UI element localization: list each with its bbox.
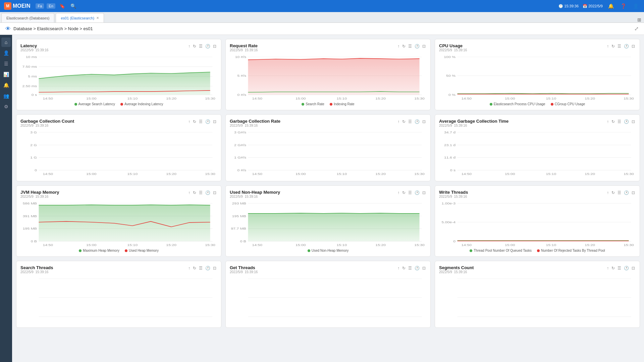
chart-download-btn-sc[interactable]: ⊡ xyxy=(631,265,636,271)
sidebar-item-list[interactable]: ☰ xyxy=(1,59,11,68)
chart-download-btn-gcr[interactable]: ⊡ xyxy=(422,119,426,125)
chart-share-btn-agc[interactable]: ↑ xyxy=(606,119,609,125)
legend-cgroup-cpu: CGroup CPU Usage xyxy=(551,102,585,106)
svg-marker-27 xyxy=(248,58,420,95)
chart-download-button[interactable]: ⊡ xyxy=(212,43,217,49)
chart-share-btn-gt[interactable]: ↑ xyxy=(397,265,400,271)
tab-databases[interactable]: Elasticsearch (Databases) xyxy=(1,13,54,22)
chart-refresh-btn-gcr[interactable]: ↻ xyxy=(401,119,406,125)
chart-refresh-btn-rr[interactable]: ↻ xyxy=(401,43,406,49)
chart-area-non-heap: 293 MB 195 MB 97.7 MB 0 B 14:50 15:00 15… xyxy=(230,200,426,247)
notifications-button[interactable]: 🔔 xyxy=(607,3,615,9)
chart-menu-btn-gt[interactable]: ☰ xyxy=(408,265,413,271)
chart-share-btn-nh[interactable]: ↑ xyxy=(397,190,400,196)
eye-icon: 👁 xyxy=(5,26,11,32)
svg-text:14:50: 14:50 xyxy=(43,97,53,100)
chart-refresh-btn-sc[interactable]: ↻ xyxy=(611,265,615,271)
chart-menu-btn-nh[interactable]: ☰ xyxy=(408,190,413,196)
chart-header-latency: Latency 2022/5/9 15:39:16 ↑ ↻ ☰ 🕐 ⊡ xyxy=(20,43,217,52)
chart-history-btn-jvm[interactable]: 🕐 xyxy=(205,190,211,196)
sidebar-item-group[interactable]: 👥 xyxy=(1,91,11,101)
chart-download-btn-rr[interactable]: ⊡ xyxy=(422,43,426,49)
lang-fa-button[interactable]: Fa xyxy=(36,3,44,9)
chart-share-btn-jvm[interactable]: ↑ xyxy=(187,190,191,196)
chart-refresh-btn-gcc[interactable]: ↻ xyxy=(192,119,197,125)
chart-area-gc-rate: 3 G#/s 2 G#/s 1 G#/s 0 #/s 14:50 15:00 1… xyxy=(230,129,426,176)
chart-menu-btn-cpu[interactable]: ☰ xyxy=(617,43,622,49)
chart-download-btn-wt[interactable]: ⊡ xyxy=(631,190,636,196)
chart-refresh-button[interactable]: ↻ xyxy=(192,43,197,49)
sidebar-item-bell[interactable]: 🔔 xyxy=(1,80,11,90)
chart-menu-btn-wt[interactable]: ☰ xyxy=(617,190,622,196)
svg-text:15:00: 15:00 xyxy=(86,243,97,247)
chart-refresh-btn-gt[interactable]: ↻ xyxy=(401,265,406,271)
svg-text:5 ms: 5 ms xyxy=(28,74,37,78)
chart-menu-btn-agc[interactable]: ☰ xyxy=(617,119,622,125)
main-layout: ⌂ 👤 ☰ 📊 🔔 👥 ⚙ Latency 2022/5/9 15:39:16 … xyxy=(0,35,644,362)
chart-menu-button[interactable]: ☰ xyxy=(198,43,203,49)
chart-download-btn-st[interactable]: ⊡ xyxy=(212,265,217,271)
chart-menu-btn-st[interactable]: ☰ xyxy=(198,265,203,271)
chart-menu-btn-rr[interactable]: ☰ xyxy=(408,43,413,49)
legend-es-cpu: Elasticsearch Process CPU Usage xyxy=(490,102,545,106)
chart-refresh-btn-agc[interactable]: ↻ xyxy=(611,119,615,125)
chart-share-btn-gcr[interactable]: ↑ xyxy=(397,119,400,125)
chart-download-btn-cpu[interactable]: ⊡ xyxy=(631,43,636,49)
chart-download-btn-agc[interactable]: ⊡ xyxy=(631,119,636,125)
main-content: Latency 2022/5/9 15:39:16 ↑ ↻ ☰ 🕐 ⊡ xyxy=(12,35,644,362)
chart-history-btn-wt[interactable]: 🕐 xyxy=(623,190,630,196)
chart-share-btn-st[interactable]: ↑ xyxy=(187,265,191,271)
legend-avg-search-latency: Average Search Latency xyxy=(74,102,115,106)
chart-download-btn-jvm[interactable]: ⊡ xyxy=(212,190,217,196)
chart-history-btn-sc[interactable]: 🕐 xyxy=(623,265,630,271)
chart-header-avg-gc: Average Garbage Collection Time 2022/5/9… xyxy=(439,119,636,127)
chart-download-btn-gcc[interactable]: ⊡ xyxy=(212,119,217,125)
search-icon-button[interactable]: 🔍 xyxy=(69,3,77,9)
chart-share-btn-wt[interactable]: ↑ xyxy=(606,190,609,196)
chart-refresh-btn-nh[interactable]: ↻ xyxy=(401,190,406,196)
chart-history-btn-gt[interactable]: 🕐 xyxy=(414,265,420,271)
chart-menu-btn-sc[interactable]: ☰ xyxy=(617,265,622,271)
chart-panel-non-heap: Used Non-Heap Memory 2022/5/9 15:39:16 ↑… xyxy=(225,185,431,257)
user-button[interactable]: 👤 xyxy=(632,3,640,9)
chart-history-btn-gcc[interactable]: 🕐 xyxy=(205,119,211,125)
tabs-expand-button[interactable]: ⊞ xyxy=(637,17,644,22)
chart-download-btn-gt[interactable]: ⊡ xyxy=(422,265,426,271)
svg-text:15:00: 15:00 xyxy=(296,172,306,176)
chart-menu-btn-jvm[interactable]: ☰ xyxy=(198,190,203,196)
chart-history-button[interactable]: 🕐 xyxy=(205,43,211,49)
svg-text:15:00: 15:00 xyxy=(505,243,515,247)
chart-menu-btn-gcr[interactable]: ☰ xyxy=(408,119,413,125)
sidebar-item-home[interactable]: ⌂ xyxy=(1,38,11,47)
chart-share-btn-gcc[interactable]: ↑ xyxy=(187,119,191,125)
sidebar-item-settings[interactable]: ⚙ xyxy=(1,102,11,111)
chart-share-btn-cpu[interactable]: ↑ xyxy=(606,43,609,49)
svg-text:15:10: 15:10 xyxy=(337,243,347,247)
help-button[interactable]: ❓ xyxy=(619,3,628,9)
sidebar-item-chart[interactable]: 📊 xyxy=(1,70,11,79)
chart-history-btn-agc[interactable]: 🕐 xyxy=(623,119,630,125)
chart-history-btn-nh[interactable]: 🕐 xyxy=(414,190,420,196)
expand-icon[interactable]: ⤢ xyxy=(634,25,639,32)
chart-refresh-btn-jvm[interactable]: ↻ xyxy=(192,190,197,196)
chart-history-btn-rr[interactable]: 🕐 xyxy=(414,43,420,49)
chart-share-btn-rr[interactable]: ↑ xyxy=(397,43,400,49)
chart-history-btn-gcr[interactable]: 🕐 xyxy=(414,119,420,125)
sidebar-item-users[interactable]: 👤 xyxy=(1,48,11,58)
tab-es01-close[interactable]: ✕ xyxy=(96,16,99,20)
chart-refresh-btn-wt[interactable]: ↻ xyxy=(611,190,615,196)
chart-share-btn-sc[interactable]: ↑ xyxy=(606,265,609,271)
chart-history-btn-st[interactable]: 🕐 xyxy=(205,265,211,271)
chart-actions-request-rate: ↑ ↻ ☰ 🕐 ⊡ xyxy=(397,43,426,49)
chart-refresh-btn-cpu[interactable]: ↻ xyxy=(611,43,615,49)
bookmark-icon-button[interactable]: 🔖 xyxy=(58,3,66,9)
lang-en-button[interactable]: En xyxy=(47,3,55,9)
chart-menu-btn-gcc[interactable]: ☰ xyxy=(198,119,203,125)
chart-refresh-btn-st[interactable]: ↻ xyxy=(192,265,197,271)
chart-history-btn-cpu[interactable]: 🕐 xyxy=(623,43,630,49)
chart-download-btn-nh[interactable]: ⊡ xyxy=(422,190,426,196)
legend-label-non-heap: Used Non-Heap Memory xyxy=(312,249,349,252)
tab-es01[interactable]: es01 (Elasticsearch) ✕ xyxy=(56,13,104,22)
chart-share-button[interactable]: ↑ xyxy=(187,43,191,49)
chart-panel-request-rate: Request Rate 2022/5/9 15:39:16 ↑ ↻ ☰ 🕐 ⊡ xyxy=(225,39,431,110)
